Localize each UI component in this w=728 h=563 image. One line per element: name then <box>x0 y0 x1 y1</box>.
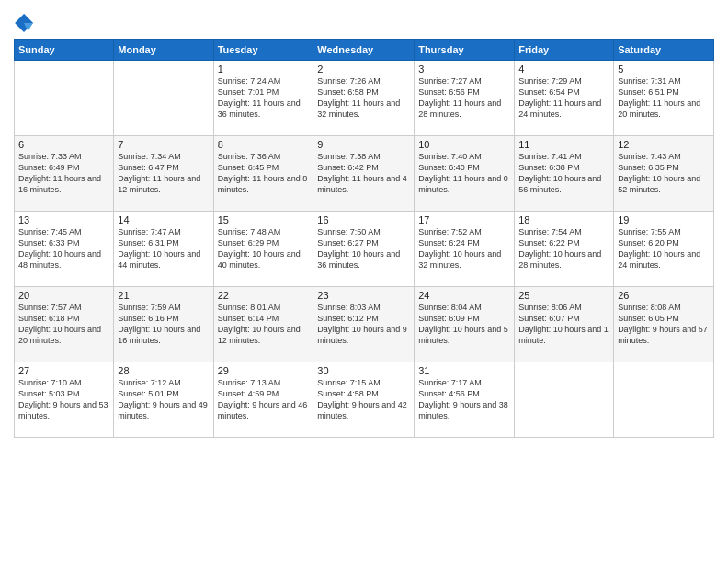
calendar-cell: 4Sunrise: 7:29 AM Sunset: 6:54 PM Daylig… <box>515 61 614 136</box>
cell-info: Sunrise: 8:06 AM Sunset: 6:07 PM Dayligh… <box>518 302 609 347</box>
cell-info: Sunrise: 7:24 AM Sunset: 7:01 PM Dayligh… <box>218 75 310 121</box>
cell-day-number: 23 <box>317 290 410 301</box>
cell-day-number: 27 <box>18 365 109 376</box>
day-header-saturday: Saturday <box>614 40 714 61</box>
calendar-cell: 22Sunrise: 8:01 AM Sunset: 6:14 PM Dayli… <box>213 287 313 362</box>
cell-info: Sunrise: 8:01 AM Sunset: 6:14 PM Dayligh… <box>218 302 310 347</box>
calendar-cell: 23Sunrise: 8:03 AM Sunset: 6:12 PM Dayli… <box>313 287 415 362</box>
calendar-cell: 26Sunrise: 8:08 AM Sunset: 6:05 PM Dayli… <box>614 287 714 362</box>
cell-info: Sunrise: 7:10 AM Sunset: 5:03 PM Dayligh… <box>18 377 109 422</box>
svg-marker-1 <box>24 14 33 23</box>
cell-day-number: 10 <box>418 139 510 150</box>
day-header-sunday: Sunday <box>15 40 114 61</box>
cell-info: Sunrise: 7:40 AM Sunset: 6:40 PM Dayligh… <box>418 151 510 196</box>
calendar-cell: 15Sunrise: 7:48 AM Sunset: 6:29 PM Dayli… <box>213 212 313 287</box>
cell-info: Sunrise: 7:55 AM Sunset: 6:20 PM Dayligh… <box>618 226 710 271</box>
cell-info: Sunrise: 7:33 AM Sunset: 6:49 PM Dayligh… <box>18 151 109 196</box>
cell-day-number: 6 <box>18 139 109 150</box>
cell-day-number: 13 <box>18 214 109 225</box>
calendar-cell: 21Sunrise: 7:59 AM Sunset: 6:16 PM Dayli… <box>114 287 213 362</box>
calendar-cell: 25Sunrise: 8:06 AM Sunset: 6:07 PM Dayli… <box>515 287 614 362</box>
cell-day-number: 17 <box>418 214 510 225</box>
cell-day-number: 16 <box>317 214 410 225</box>
calendar-cell: 1Sunrise: 7:24 AM Sunset: 7:01 PM Daylig… <box>213 61 313 136</box>
calendar-cell <box>15 61 114 136</box>
calendar-cell: 29Sunrise: 7:13 AM Sunset: 4:59 PM Dayli… <box>213 362 313 438</box>
logo <box>14 13 38 33</box>
calendar-week-3: 13Sunrise: 7:45 AM Sunset: 6:33 PM Dayli… <box>15 212 714 287</box>
calendar-cell: 8Sunrise: 7:36 AM Sunset: 6:45 PM Daylig… <box>213 136 313 212</box>
cell-info: Sunrise: 7:29 AM Sunset: 6:54 PM Dayligh… <box>518 75 609 121</box>
calendar-cell: 14Sunrise: 7:47 AM Sunset: 6:31 PM Dayli… <box>114 212 213 287</box>
cell-info: Sunrise: 7:38 AM Sunset: 6:42 PM Dayligh… <box>317 151 410 196</box>
calendar-cell: 5Sunrise: 7:31 AM Sunset: 6:51 PM Daylig… <box>614 61 714 136</box>
cell-day-number: 11 <box>518 139 609 150</box>
calendar-week-2: 6Sunrise: 7:33 AM Sunset: 6:49 PM Daylig… <box>15 136 714 212</box>
calendar-cell: 11Sunrise: 7:41 AM Sunset: 6:38 PM Dayli… <box>515 136 614 212</box>
logo-icon <box>14 13 34 33</box>
calendar-cell: 30Sunrise: 7:15 AM Sunset: 4:58 PM Dayli… <box>313 362 415 438</box>
cell-day-number: 24 <box>418 290 510 301</box>
calendar-header-row: SundayMondayTuesdayWednesdayThursdayFrid… <box>15 40 714 61</box>
cell-day-number: 18 <box>518 214 609 225</box>
calendar-cell <box>114 61 213 136</box>
calendar-cell: 18Sunrise: 7:54 AM Sunset: 6:22 PM Dayli… <box>515 212 614 287</box>
cell-day-number: 30 <box>317 365 410 376</box>
calendar-cell <box>614 362 714 438</box>
cell-day-number: 19 <box>618 214 710 225</box>
cell-info: Sunrise: 7:13 AM Sunset: 4:59 PM Dayligh… <box>218 377 310 422</box>
cell-info: Sunrise: 7:57 AM Sunset: 6:18 PM Dayligh… <box>18 302 109 347</box>
calendar-cell: 6Sunrise: 7:33 AM Sunset: 6:49 PM Daylig… <box>15 136 114 212</box>
cell-info: Sunrise: 7:36 AM Sunset: 6:45 PM Dayligh… <box>218 151 310 196</box>
cell-info: Sunrise: 7:31 AM Sunset: 6:51 PM Dayligh… <box>618 75 710 121</box>
cell-day-number: 29 <box>218 365 310 376</box>
calendar-cell: 28Sunrise: 7:12 AM Sunset: 5:01 PM Dayli… <box>114 362 213 438</box>
calendar-week-1: 1Sunrise: 7:24 AM Sunset: 7:01 PM Daylig… <box>15 61 714 136</box>
calendar-cell: 3Sunrise: 7:27 AM Sunset: 6:56 PM Daylig… <box>415 61 515 136</box>
cell-info: Sunrise: 7:12 AM Sunset: 5:01 PM Dayligh… <box>118 377 209 422</box>
day-header-thursday: Thursday <box>415 40 515 61</box>
cell-day-number: 22 <box>218 290 310 301</box>
calendar-cell: 24Sunrise: 8:04 AM Sunset: 6:09 PM Dayli… <box>415 287 515 362</box>
cell-day-number: 12 <box>618 139 710 150</box>
cell-day-number: 2 <box>317 63 410 75</box>
cell-day-number: 3 <box>418 63 510 75</box>
day-header-tuesday: Tuesday <box>213 40 313 61</box>
day-header-monday: Monday <box>114 40 213 61</box>
cell-info: Sunrise: 8:03 AM Sunset: 6:12 PM Dayligh… <box>317 302 410 347</box>
calendar-cell: 20Sunrise: 7:57 AM Sunset: 6:18 PM Dayli… <box>15 287 114 362</box>
cell-day-number: 20 <box>18 290 109 301</box>
cell-info: Sunrise: 7:50 AM Sunset: 6:27 PM Dayligh… <box>317 226 410 271</box>
cell-day-number: 5 <box>618 63 710 75</box>
cell-day-number: 7 <box>118 139 209 150</box>
calendar-cell: 19Sunrise: 7:55 AM Sunset: 6:20 PM Dayli… <box>614 212 714 287</box>
cell-info: Sunrise: 8:08 AM Sunset: 6:05 PM Dayligh… <box>618 302 710 347</box>
cell-info: Sunrise: 8:04 AM Sunset: 6:09 PM Dayligh… <box>418 302 510 347</box>
calendar-table: SundayMondayTuesdayWednesdayThursdayFrid… <box>14 39 714 438</box>
cell-day-number: 4 <box>518 63 609 75</box>
calendar-week-5: 27Sunrise: 7:10 AM Sunset: 5:03 PM Dayli… <box>15 362 714 438</box>
page-header <box>14 9 714 33</box>
cell-day-number: 1 <box>218 63 310 75</box>
calendar-cell: 31Sunrise: 7:17 AM Sunset: 4:56 PM Dayli… <box>415 362 515 438</box>
cell-day-number: 31 <box>418 365 510 376</box>
calendar-cell: 27Sunrise: 7:10 AM Sunset: 5:03 PM Dayli… <box>15 362 114 438</box>
calendar-week-4: 20Sunrise: 7:57 AM Sunset: 6:18 PM Dayli… <box>15 287 714 362</box>
cell-info: Sunrise: 7:41 AM Sunset: 6:38 PM Dayligh… <box>518 151 609 196</box>
calendar-cell <box>515 362 614 438</box>
calendar-cell: 17Sunrise: 7:52 AM Sunset: 6:24 PM Dayli… <box>415 212 515 287</box>
cell-info: Sunrise: 7:48 AM Sunset: 6:29 PM Dayligh… <box>218 226 310 271</box>
cell-info: Sunrise: 7:34 AM Sunset: 6:47 PM Dayligh… <box>118 151 209 196</box>
cell-info: Sunrise: 7:59 AM Sunset: 6:16 PM Dayligh… <box>118 302 209 347</box>
cell-info: Sunrise: 7:52 AM Sunset: 6:24 PM Dayligh… <box>418 226 510 271</box>
calendar-cell: 10Sunrise: 7:40 AM Sunset: 6:40 PM Dayli… <box>415 136 515 212</box>
calendar-cell: 16Sunrise: 7:50 AM Sunset: 6:27 PM Dayli… <box>313 212 415 287</box>
cell-day-number: 9 <box>317 139 410 150</box>
day-header-wednesday: Wednesday <box>313 40 415 61</box>
cell-info: Sunrise: 7:45 AM Sunset: 6:33 PM Dayligh… <box>18 226 109 271</box>
cell-info: Sunrise: 7:27 AM Sunset: 6:56 PM Dayligh… <box>418 75 510 121</box>
cell-info: Sunrise: 7:43 AM Sunset: 6:35 PM Dayligh… <box>618 151 710 196</box>
cell-day-number: 25 <box>518 290 609 301</box>
cell-info: Sunrise: 7:15 AM Sunset: 4:58 PM Dayligh… <box>317 377 410 422</box>
calendar-cell: 13Sunrise: 7:45 AM Sunset: 6:33 PM Dayli… <box>15 212 114 287</box>
